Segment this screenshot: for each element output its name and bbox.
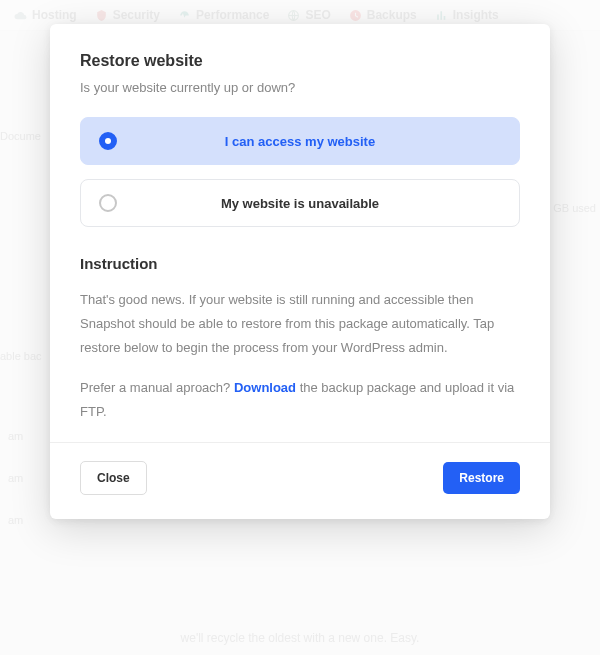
modal-subtitle: Is your website currently up or down? bbox=[80, 80, 520, 95]
restore-button[interactable]: Restore bbox=[443, 462, 520, 494]
option-label: I can access my website bbox=[129, 134, 471, 149]
option-label: My website is unavailable bbox=[129, 196, 471, 211]
close-button[interactable]: Close bbox=[80, 461, 147, 495]
modal-title: Restore website bbox=[80, 52, 520, 70]
radio-selected-icon bbox=[99, 132, 117, 150]
radio-unselected-icon bbox=[99, 194, 117, 212]
download-link[interactable]: Download bbox=[234, 380, 296, 395]
instruction-paragraph-1: That's good news. If your website is sti… bbox=[80, 288, 520, 360]
divider bbox=[50, 442, 550, 443]
option-website-down[interactable]: My website is unavailable bbox=[80, 179, 520, 227]
restore-modal: Restore website Is your website currentl… bbox=[50, 24, 550, 519]
option-website-up[interactable]: I can access my website bbox=[80, 117, 520, 165]
instruction-heading: Instruction bbox=[80, 255, 520, 272]
instruction-text: Prefer a manual aproach? bbox=[80, 380, 234, 395]
modal-footer: Close Restore bbox=[80, 461, 520, 495]
instruction-paragraph-2: Prefer a manual aproach? Download the ba… bbox=[80, 376, 520, 424]
